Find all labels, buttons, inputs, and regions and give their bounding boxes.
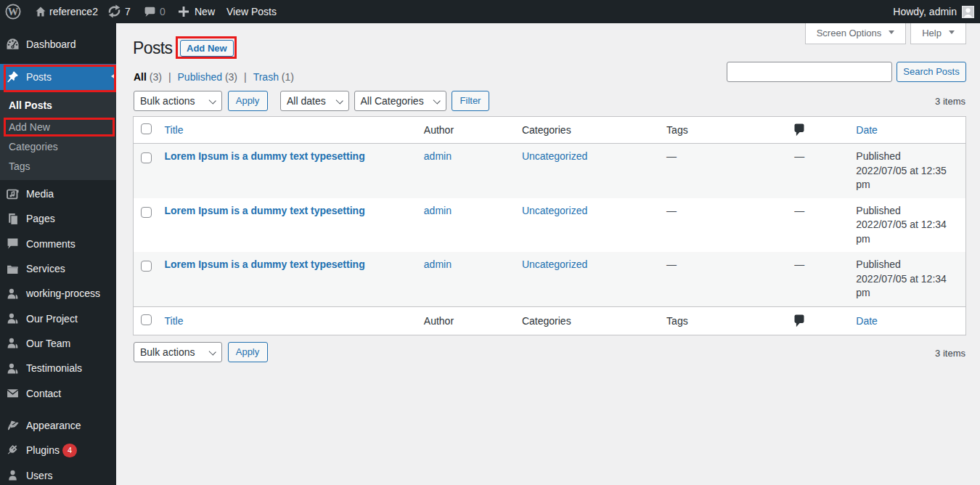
svg-text:W: W xyxy=(8,6,19,17)
